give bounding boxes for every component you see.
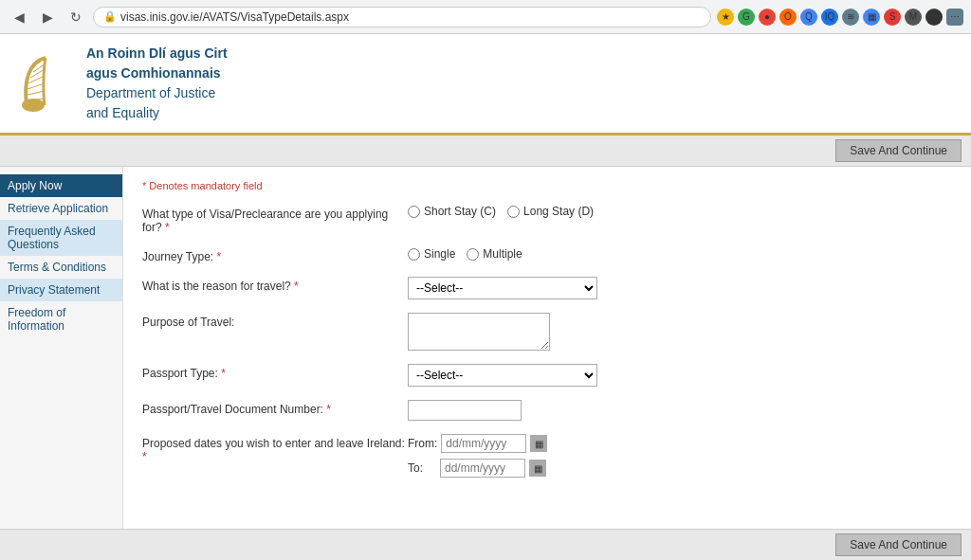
calendar-to-icon[interactable]: ▦ <box>529 460 546 477</box>
date-to-input[interactable] <box>440 459 525 478</box>
date-from-input[interactable] <box>441 434 526 453</box>
date-to-entry: To: ▦ <box>408 459 547 478</box>
sidebar-item-terms[interactable]: Terms & Conditions <box>0 256 122 279</box>
passport-type-row: Passport Type: * --Select-- <box>142 364 952 387</box>
browser-icon-5: Q <box>800 9 817 26</box>
single-option[interactable]: Single <box>408 247 455 261</box>
browser-toolbar: ★ G ● O Q IQ ≋ ▦ S M ● ⋯ <box>717 9 963 26</box>
browser-chrome: ◀ ▶ ↻ 🔒 visas.inis.gov.ie/AVATS/VisaType… <box>0 0 971 34</box>
single-radio[interactable] <box>408 248 420 261</box>
proposed-dates-row: Proposed dates you wish to enter and lea… <box>142 434 952 478</box>
journey-type-required: * <box>217 250 222 263</box>
passport-number-row: Passport/Travel Document Number: * <box>142 400 952 421</box>
date-from-entry: From: ▦ <box>408 434 547 453</box>
main-content: * Denotes mandatory field What type of V… <box>123 167 971 529</box>
back-button[interactable]: ◀ <box>8 6 30 28</box>
svg-line-3 <box>27 83 45 89</box>
browser-icon-8: ▦ <box>863 9 880 26</box>
sidebar-item-privacy[interactable]: Privacy Statement <box>0 279 122 301</box>
content-area: Apply Now Retrieve Application Frequentl… <box>0 167 971 529</box>
date-row: From: ▦ To: ▦ <box>408 434 547 478</box>
single-label: Single <box>424 247 455 261</box>
browser-icon-4: O <box>779 9 797 26</box>
browser-icon-1: ★ <box>717 9 734 26</box>
proposed-dates-label: Proposed dates you wish to enter and lea… <box>142 434 408 463</box>
visa-type-controls: Short Stay (C) Long Stay (D) <box>408 205 594 218</box>
multiple-radio[interactable] <box>467 248 479 261</box>
sidebar-item-faq[interactable]: Frequently Asked Questions <box>0 220 122 256</box>
proposed-dates-controls: From: ▦ To: ▦ <box>408 434 547 478</box>
journey-type-row: Journey Type: * Single Multiple <box>142 247 952 263</box>
browser-icon-12: ⋯ <box>946 9 963 26</box>
purpose-travel-row: Purpose of Travel: <box>142 313 952 351</box>
reason-travel-row: What is the reason for travel? * --Selec… <box>142 277 952 299</box>
sidebar: Apply Now Retrieve Application Frequentl… <box>0 167 123 529</box>
passport-number-required: * <box>326 403 331 416</box>
browser-icon-7: ≋ <box>842 9 859 26</box>
long-stay-label: Long Stay (D) <box>523 205 594 218</box>
reason-travel-required: * <box>294 280 299 293</box>
save-continue-button-bottom[interactable]: Save And Continue <box>835 533 962 556</box>
top-action-bar: Save And Continue <box>0 135 971 167</box>
reload-button[interactable]: ↻ <box>64 6 87 28</box>
reason-travel-select[interactable]: --Select-- <box>408 277 597 299</box>
to-label: To: <box>408 461 423 475</box>
journey-type-controls: Single Multiple <box>408 247 522 261</box>
multiple-option[interactable]: Multiple <box>467 247 522 261</box>
browser-icon-2: G <box>738 9 755 26</box>
short-stay-option[interactable]: Short Stay (C) <box>408 205 496 218</box>
browser-icon-11: ● <box>925 9 943 26</box>
passport-type-select[interactable]: --Select-- <box>408 364 597 387</box>
svg-line-2 <box>27 91 45 95</box>
reason-travel-label: What is the reason for travel? * <box>142 277 408 293</box>
org-line3: Department of Justice <box>86 83 228 103</box>
passport-number-label: Passport/Travel Document Number: * <box>142 400 408 416</box>
forward-button[interactable]: ▶ <box>36 6 59 28</box>
browser-icon-9: S <box>884 9 901 26</box>
visa-type-required: * <box>165 221 170 234</box>
url-text: visas.inis.gov.ie/AVATS/VisaTypeDetails.… <box>120 10 349 24</box>
proposed-dates-required: * <box>142 450 147 463</box>
sidebar-item-apply-now[interactable]: Apply Now <box>0 174 122 197</box>
save-continue-button-top[interactable]: Save And Continue <box>835 139 962 162</box>
lock-icon: 🔒 <box>103 10 117 23</box>
browser-icon-10: M <box>905 9 922 26</box>
visa-type-label: What type of Visa/Preclearance are you a… <box>142 205 408 234</box>
from-label: From: <box>408 437 437 450</box>
browser-icon-6: IQ <box>821 9 838 26</box>
reason-travel-controls: --Select-- <box>408 277 597 299</box>
passport-number-input[interactable] <box>408 400 522 421</box>
sidebar-item-freedom[interactable]: Freedom of Information <box>0 301 122 337</box>
org-line1: An Roinn Dlí agus Cirt <box>86 45 228 61</box>
long-stay-radio[interactable] <box>507 206 520 218</box>
harp-logo <box>19 53 71 115</box>
org-line2: agus Comhionannais <box>86 65 221 81</box>
site-title: An Roinn Dlí agus Cirt agus Comhionannai… <box>86 44 228 123</box>
purpose-travel-label: Purpose of Travel: <box>142 313 408 329</box>
bottom-action-bar: Save And Continue <box>0 529 971 560</box>
short-stay-label: Short Stay (C) <box>424 205 496 218</box>
passport-type-required: * <box>221 367 226 380</box>
visa-type-row: What type of Visa/Preclearance are you a… <box>142 205 952 234</box>
address-bar[interactable]: 🔒 visas.inis.gov.ie/AVATS/VisaTypeDetail… <box>93 7 711 27</box>
page-wrapper: An Roinn Dlí agus Cirt agus Comhionannai… <box>0 34 971 560</box>
purpose-travel-textarea[interactable] <box>408 313 550 351</box>
passport-type-label: Passport Type: * <box>142 364 408 380</box>
mandatory-note: * Denotes mandatory field <box>142 180 952 191</box>
multiple-label: Multiple <box>483 247 522 261</box>
calendar-from-icon[interactable]: ▦ <box>530 435 547 452</box>
purpose-travel-controls <box>408 313 550 351</box>
browser-icon-3: ● <box>759 9 776 26</box>
site-header: An Roinn Dlí agus Cirt agus Comhionannai… <box>0 34 971 135</box>
long-stay-option[interactable]: Long Stay (D) <box>507 205 594 218</box>
sidebar-item-retrieve[interactable]: Retrieve Application <box>0 197 122 220</box>
org-line4: and Equality <box>86 103 228 123</box>
short-stay-radio[interactable] <box>408 206 420 218</box>
journey-type-label: Journey Type: * <box>142 247 408 263</box>
passport-number-controls <box>408 400 522 421</box>
passport-type-controls: --Select-- <box>408 364 597 387</box>
